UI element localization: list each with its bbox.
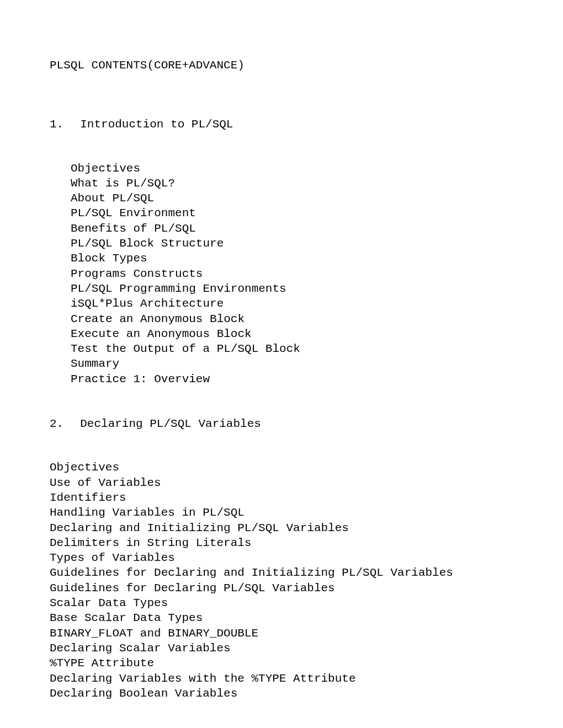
list-item: Practice 1: Overview	[71, 372, 513, 387]
list-item: Delimiters in String Literals	[50, 536, 513, 550]
section-1-heading: Introduction to PL/SQL	[80, 118, 233, 131]
list-item: Scalar Data Types	[50, 596, 513, 611]
section-2-items: Objectives Use of Variables Identifiers …	[50, 460, 513, 701]
list-item: BINARY_FLOAT and BINARY_DOUBLE	[50, 626, 513, 641]
list-item: Declaring and Initializing PL/SQL Variab…	[50, 521, 513, 536]
section-2-header: 2.Declaring PL/SQL Variables	[50, 416, 513, 431]
list-item: Programs Constructs	[71, 266, 513, 281]
list-item: Objectives	[71, 161, 513, 176]
list-item: PL/SQL Environment	[71, 206, 513, 221]
list-item: iSQL*Plus Architecture	[71, 296, 513, 311]
list-item: PL/SQL Block Structure	[71, 236, 513, 251]
list-item: Declaring Scalar Variables	[50, 641, 513, 656]
list-item: Base Scalar Data Types	[50, 611, 513, 625]
list-item: Declaring Variables with the %TYPE Attri…	[50, 671, 513, 686]
section-2-heading: Declaring PL/SQL Variables	[80, 417, 261, 430]
list-item: %TYPE Attribute	[50, 656, 513, 671]
list-item: Benefits of PL/SQL	[71, 221, 513, 236]
list-item: What is PL/SQL?	[71, 176, 513, 191]
section-1-number: 1.	[50, 117, 63, 132]
list-item: PL/SQL Programming Environments	[71, 281, 513, 296]
section-1-items: Objectives What is PL/SQL? About PL/SQL …	[50, 161, 513, 387]
list-item: Test the Output of a PL/SQL Block	[71, 341, 513, 356]
list-item: About PL/SQL	[71, 191, 513, 206]
list-item: Create an Anonymous Block	[71, 312, 513, 326]
section-1-header: 1.Introduction to PL/SQL	[50, 117, 513, 132]
list-item: Guidelines for Declaring PL/SQL Variable…	[50, 581, 513, 596]
list-item: Guidelines for Declaring and Initializin…	[50, 565, 513, 580]
list-item: Summary	[71, 356, 513, 371]
document-title: PLSQL CONTENTS(CORE+ADVANCE)	[50, 58, 513, 73]
list-item: Types of Variables	[50, 550, 513, 565]
list-item: Execute an Anonymous Block	[71, 326, 513, 341]
list-item: Block Types	[71, 251, 513, 266]
list-item: Identifiers	[50, 490, 513, 505]
list-item: Handling Variables in PL/SQL	[50, 505, 513, 520]
list-item: Use of Variables	[50, 475, 513, 490]
list-item: Declaring Boolean Variables	[50, 686, 513, 701]
section-2-number: 2.	[50, 416, 63, 431]
list-item: Objectives	[50, 460, 513, 475]
